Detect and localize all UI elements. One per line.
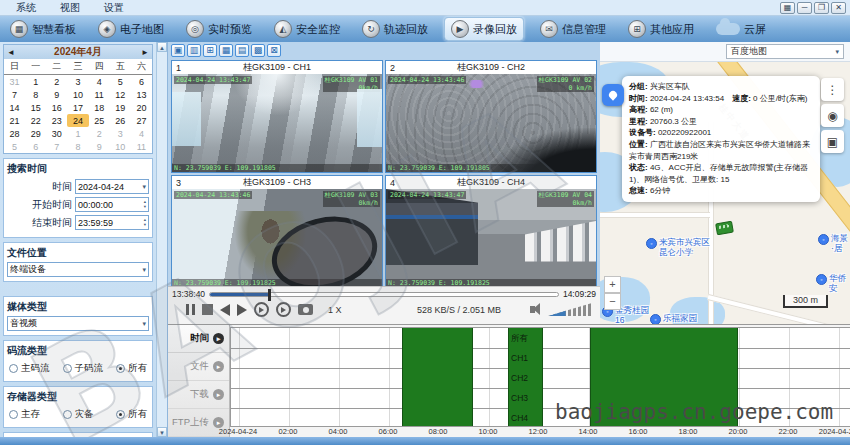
calendar-day[interactable]: 28: [4, 127, 25, 140]
calendar-day[interactable]: 15: [25, 101, 46, 114]
calendar-day[interactable]: 31: [4, 75, 25, 88]
calendar-day[interactable]: 9: [46, 88, 67, 101]
recording-bar[interactable]: [590, 328, 738, 426]
start-time-input[interactable]: 00:00:00 ▴▾: [75, 197, 149, 212]
calendar-day[interactable]: 4: [89, 75, 110, 88]
calendar-day[interactable]: 6: [25, 140, 46, 153]
snapshot-icon[interactable]: [298, 304, 313, 315]
end-time-input[interactable]: 23:59:59 ▴▾: [75, 215, 149, 230]
calendar-day[interactable]: 10: [67, 88, 88, 101]
restore-icon[interactable]: ❐: [814, 2, 829, 14]
toolbar-item-other-apps[interactable]: ⊞其他应用: [622, 18, 700, 40]
calendar-day[interactable]: 5: [110, 75, 131, 88]
layout-nine-icon[interactable]: ▩: [251, 44, 265, 57]
calendar-day[interactable]: 30: [46, 127, 67, 140]
media-type-select[interactable]: 音视频 ▾: [7, 316, 149, 331]
playback-slider[interactable]: [209, 292, 559, 297]
fast-play-icon[interactable]: [276, 302, 291, 317]
calendar-day[interactable]: 5: [4, 140, 25, 153]
radio-option[interactable]: 主存: [9, 408, 40, 421]
toolbar-item-live-preview[interactable]: ◎实时预览: [180, 18, 258, 40]
spinner-icon[interactable]: ▴▾: [144, 218, 146, 227]
calendar-day[interactable]: 11: [131, 140, 152, 153]
calendar-day[interactable]: 13: [131, 88, 152, 101]
layout-two-icon[interactable]: ▥: [187, 44, 201, 57]
view-3d-icon[interactable]: ▣: [821, 130, 844, 153]
location-pin-icon[interactable]: [602, 84, 624, 106]
video-channel-4[interactable]: 4桂GK3109 - CH42024-04-24 13:43:47桂GK3109…: [385, 175, 597, 288]
radio-option[interactable]: 子码流: [63, 362, 104, 375]
stop-icon[interactable]: [202, 304, 213, 315]
timeline-chart[interactable]: 所有CH1CH2CH3CH4: [230, 327, 850, 427]
toolbar-item-info-manage[interactable]: ✉信息管理: [534, 18, 612, 40]
zoom-out-button[interactable]: −: [604, 293, 621, 310]
sidebar-scrollbar[interactable]: ▲ ▼: [156, 42, 167, 437]
calendar-day-selected[interactable]: 24: [67, 114, 88, 127]
map-type-select[interactable]: 百度地图 ▾: [726, 44, 844, 59]
close-icon[interactable]: ✕: [831, 2, 846, 14]
layout-fullscreen-icon[interactable]: ⊠: [267, 44, 281, 57]
calendar-day[interactable]: 27: [131, 114, 152, 127]
radio-option[interactable]: 所有: [116, 408, 147, 421]
radio-option[interactable]: 灾备: [63, 408, 94, 421]
calendar-day[interactable]: 7: [4, 88, 25, 101]
video-channel-3[interactable]: 3桂GK3109 - CH32024-04-24 13:43:46桂GK3109…: [171, 175, 383, 288]
map-poi[interactable]: ◦华侨安: [816, 274, 850, 294]
pause-icon[interactable]: [186, 304, 195, 315]
calendar-day[interactable]: 21: [4, 114, 25, 127]
menu-system[interactable]: 系统: [6, 0, 46, 16]
layout-six-icon[interactable]: ▦: [219, 44, 233, 57]
scroll-down-icon[interactable]: ▼: [157, 427, 167, 437]
layout-icon[interactable]: ▦: [780, 2, 795, 14]
calendar-day[interactable]: 7: [46, 140, 67, 153]
date-select[interactable]: 2024-04-24 ▾: [75, 179, 149, 194]
calendar-day[interactable]: 29: [25, 127, 46, 140]
calendar-day[interactable]: 17: [67, 101, 88, 114]
calendar-day[interactable]: 19: [110, 101, 131, 114]
radio-option[interactable]: 所有: [116, 362, 147, 375]
toolbar-item-video-playback[interactable]: ▶录像回放: [444, 17, 524, 41]
calendar-day[interactable]: 11: [89, 88, 110, 101]
calendar-day[interactable]: 16: [46, 101, 67, 114]
calendar-day[interactable]: 3: [110, 127, 131, 140]
calendar-day[interactable]: 26: [110, 114, 131, 127]
calendar-day[interactable]: 20: [131, 101, 152, 114]
layout-four-icon[interactable]: ⊞: [203, 44, 217, 57]
speaker-icon[interactable]: [530, 306, 535, 313]
calendar-day[interactable]: 14: [4, 101, 25, 114]
calendar-day[interactable]: 18: [89, 101, 110, 114]
calendar-day[interactable]: 25: [89, 114, 110, 127]
traffic-icon[interactable]: ⋮: [821, 78, 844, 101]
map-canvas[interactable]: 桂中大道 来宾市兴宾区 分组: 兴宾区车队时间: 2024-04-24 13:4…: [600, 62, 850, 324]
calendar-day[interactable]: 3: [67, 75, 88, 88]
calendar-day[interactable]: 1: [25, 75, 46, 88]
calendar-day[interactable]: 8: [25, 88, 46, 101]
calendar-day[interactable]: 10: [110, 140, 131, 153]
menu-settings[interactable]: 设置: [94, 0, 134, 16]
calendar-day[interactable]: 1: [67, 127, 88, 140]
vehicle-icon[interactable]: [715, 221, 734, 236]
toolbar-item-security-monitor[interactable]: ◭安全监控: [268, 18, 346, 40]
scroll-up-icon[interactable]: ▲: [157, 42, 167, 52]
rewind-icon[interactable]: [220, 304, 230, 316]
video-channel-2[interactable]: 2桂GK3109 - CH22024-04-24 13:43:46桂GK3109…: [385, 60, 597, 173]
toolbar-item-track-playback[interactable]: ↻轨迹回放: [356, 18, 434, 40]
toolbar-item-cloud-screen[interactable]: 云屏: [710, 20, 772, 39]
toolbar-item-dashboard[interactable]: ▦智慧看板: [4, 18, 82, 40]
calendar-day[interactable]: 9: [89, 140, 110, 153]
menu-view[interactable]: 视图: [50, 0, 90, 16]
video-channel-1[interactable]: 1桂GK3109 - CH12024-04-24 13:43:47桂GK3109…: [171, 60, 383, 173]
map-poi[interactable]: ◦乐福家园: [650, 314, 697, 324]
calendar-day[interactable]: 2: [89, 127, 110, 140]
calendar-prev-icon[interactable]: ◄: [7, 48, 15, 57]
calendar-day[interactable]: 22: [25, 114, 46, 127]
timeline-tab-时间[interactable]: 时间▸: [168, 325, 229, 353]
calendar-day[interactable]: 8: [67, 140, 88, 153]
calendar-day[interactable]: 2: [46, 75, 67, 88]
recording-bar[interactable]: [402, 328, 473, 426]
calendar-day[interactable]: 6: [131, 75, 152, 88]
map-poi[interactable]: ◦海景·居: [818, 234, 850, 254]
radio-option[interactable]: 主码流: [9, 362, 50, 375]
spinner-icon[interactable]: ▴▾: [144, 200, 146, 209]
volume-slider[interactable]: [548, 303, 592, 316]
